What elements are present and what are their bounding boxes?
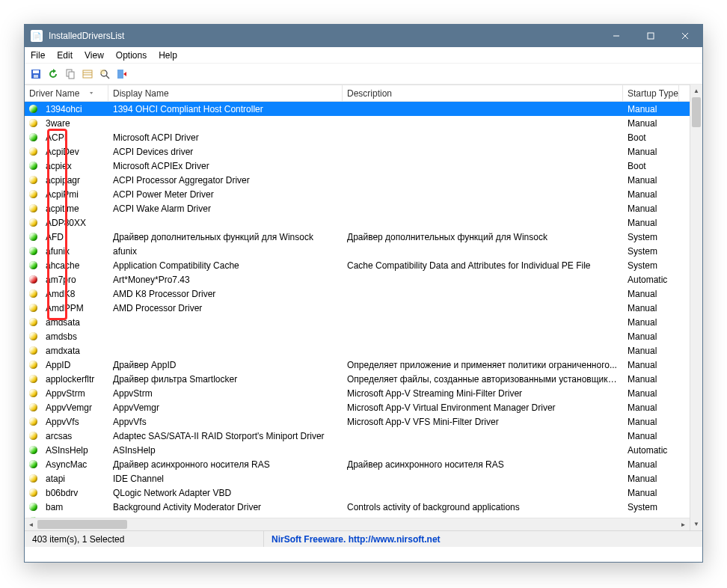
table-row[interactable]: AsyncMacДрайвер асинхронного носителя RA… [25,457,690,471]
table-row[interactable]: ahcacheApplication Compatibility CacheCa… [25,258,690,272]
status-orb-yellow-icon [25,417,41,426]
table-row[interactable]: atapiIDE ChannelManual [25,471,690,486]
cell-display-name: 1394 OHCI Compliant Host Controller [108,104,343,114]
cell-display-name: IDE Channel [108,474,343,484]
scroll-down-icon[interactable]: ▼ [690,518,702,530]
cell-driver-name: ASInsHelp [41,445,108,456]
table-row[interactable]: AppvVemgrAppvVemgrMicrosoft App-V Virtua… [25,400,690,414]
app-icon: 📄 [31,30,43,42]
table-row[interactable]: am7proArt*Money*Pro7.43Automatic [25,272,690,287]
toolbar [25,64,702,85]
scroll-left-icon[interactable]: ◄ [25,518,37,530]
cell-display-name: AMD K8 Processor Driver [108,289,343,299]
hscroll-thumb[interactable] [37,520,127,529]
vertical-scrollbar[interactable]: ▲ ▼ [690,85,702,530]
table-row[interactable]: acpiexMicrosoft ACPIEx DriverBoot [25,159,690,173]
maximize-button[interactable] [634,25,668,47]
scroll-up-icon[interactable]: ▲ [690,85,702,97]
exit-icon[interactable] [114,66,130,82]
save-icon[interactable] [28,66,44,82]
cell-description: Определяет приложение и применяет полити… [343,360,623,370]
cell-display-name: Microsoft ACPI Driver [108,132,343,143]
svg-rect-15 [117,70,123,79]
table-row[interactable]: AFDДрайвер дополнительных функций для Wi… [25,230,690,244]
table-row[interactable]: AmdK8AMD K8 Processor DriverManual [25,287,690,301]
table-row[interactable]: 1394ohci1394 OHCI Compliant Host Control… [25,102,690,116]
svg-rect-14 [100,70,105,74]
table-row[interactable]: AppvStrmAppvStrmMicrosoft App-V Streamin… [25,386,690,400]
menu-file[interactable]: File [25,49,51,62]
table-row[interactable]: amdsataManual [25,315,690,329]
minimize-button[interactable] [599,25,634,47]
column-startup-type[interactable]: Startup Type [623,85,679,101]
table-row[interactable]: AcpiPmiACPI Power Meter DriverManual [25,187,690,201]
table-row[interactable]: applockerfltrДрайвер фильтра Smartlocker… [25,372,690,386]
cell-driver-name: AsyncMac [41,459,108,470]
table-row[interactable]: afunixafunixSystem [25,244,690,258]
table-row[interactable]: acpitimeACPI Wake Alarm DriverManual [25,201,690,215]
status-orb-yellow-icon [25,176,41,184]
menu-options[interactable]: Options [110,49,153,62]
table-row[interactable]: 3wareManual [25,116,690,130]
vscroll-thumb[interactable] [692,97,701,127]
scroll-right-icon[interactable]: ► [677,518,690,530]
cell-driver-name: ADP80XX [41,218,108,228]
table-row[interactable]: ASInsHelpASInsHelpAutomatic [25,443,690,457]
column-driver-name[interactable]: Driver Name [25,85,108,101]
cell-display-name: Microsoft ACPIEx Driver [108,161,343,171]
cell-startup-type: Manual [623,218,679,228]
cell-driver-name: AmdPPM [41,303,108,313]
cell-startup-type: Boot [623,161,679,171]
status-orb-yellow-icon [25,190,41,198]
cell-driver-name: b06bdrv [41,488,108,498]
cell-startup-type: System [623,232,679,242]
column-description[interactable]: Description [343,85,623,101]
table-row[interactable]: b06bdrvQLogic Network Adapter VBDManual [25,486,690,500]
status-orb-yellow-icon [25,304,41,312]
horizontal-scrollbar[interactable]: ◄ ► [25,518,690,530]
close-button[interactable] [668,25,702,47]
table-row[interactable]: AmdPPMAMD Processor DriverManual [25,301,690,315]
table-row[interactable]: AcpiDevACPI Devices driverManual [25,144,690,159]
cell-startup-type: Manual [623,331,679,342]
nirsoft-link[interactable]: NirSoft Freeware. http://www.nirsoft.net [264,534,448,545]
table-row[interactable]: arcsasAdaptec SAS/SATA-II RAID Storport'… [25,429,690,443]
cell-display-name: Драйвер AppID [108,360,343,370]
cell-driver-name: amdsbs [41,331,108,342]
table-row[interactable]: AppIDДрайвер AppIDОпределяет приложение … [25,358,690,372]
cell-driver-name: AppvVfs [41,417,108,427]
window-title: InstalledDriversList [49,31,599,41]
find-icon[interactable] [96,66,113,82]
status-orb-yellow-icon [25,389,41,397]
cell-driver-name: acpiex [41,161,108,171]
cell-driver-name: acpitime [41,203,108,214]
table-row[interactable]: acpipagrACPI Processor Aggregator Driver… [25,173,690,187]
table-row[interactable]: amdxataManual [25,343,690,358]
cell-display-name: Application Compatibility Cache [108,260,343,271]
table-row[interactable]: ACPIMicrosoft ACPI DriverBoot [25,130,690,144]
status-orb-yellow-icon [25,204,41,212]
refresh-icon[interactable] [45,66,61,82]
properties-icon[interactable] [79,66,96,82]
titlebar[interactable]: 📄 InstalledDriversList [25,25,702,47]
cell-startup-type: Manual [623,175,679,186]
table-row[interactable]: ADP80XXManual [25,215,690,230]
menu-edit[interactable]: Edit [51,49,79,62]
status-orb-yellow-icon [25,361,41,369]
cell-driver-name: arcsas [41,431,108,441]
svg-rect-9 [83,70,92,78]
column-display-name[interactable]: Display Name [108,85,343,101]
cell-startup-type: Automatic [623,445,679,456]
cell-driver-name: ahcache [41,260,108,271]
table-row[interactable]: amdsbsManual [25,329,690,343]
copy-icon[interactable] [62,66,79,82]
table-row[interactable]: AppvVfsAppvVfsMicrosoft App-V VFS Mini-F… [25,414,690,429]
menu-view[interactable]: View [79,49,110,62]
menubar: File Edit View Options Help [25,47,702,64]
cell-display-name: Background Activity Moderator Driver [108,502,343,512]
cell-driver-name: atapi [41,474,108,484]
menu-help[interactable]: Help [153,49,183,62]
table-row[interactable]: bamBackground Activity Moderator DriverC… [25,500,690,514]
status-orb-yellow-icon [25,403,41,411]
status-orb-yellow-icon [25,432,41,440]
